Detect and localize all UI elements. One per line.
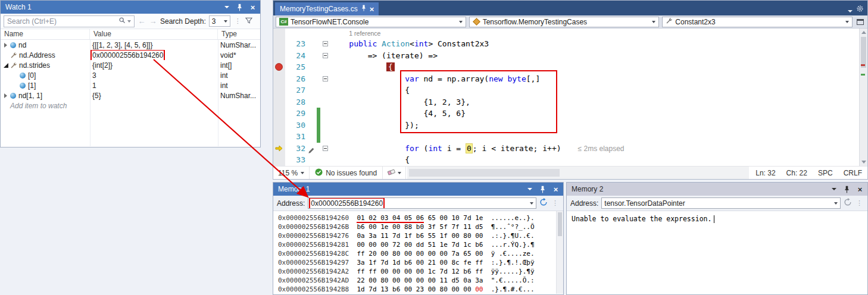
zoom-select[interactable]: 115 %: [273, 167, 310, 179]
memory-byte[interactable]: d5: [475, 223, 483, 231]
memory-byte[interactable]: 3a: [357, 259, 364, 266]
memory-byte[interactable]: b6: [416, 232, 424, 240]
collapse-box-icon[interactable]: [323, 41, 328, 46]
memory-byte[interactable]: d5: [451, 277, 459, 284]
formatting-button[interactable]: [382, 167, 406, 179]
memory-byte[interactable]: fe: [463, 259, 471, 266]
memory-byte[interactable]: b6: [463, 268, 471, 275]
memory-byte[interactable]: 7d: [392, 232, 400, 240]
memory-byte[interactable]: 00: [392, 223, 400, 231]
watch-row[interactable]: nd.strides{int[2]}int[]: [1, 60, 260, 70]
collapse-box-icon[interactable]: [323, 146, 328, 151]
memory-byte[interactable]: 0a: [357, 232, 364, 240]
memory-byte[interactable]: 22: [357, 277, 364, 284]
close-icon[interactable]: ×: [248, 2, 257, 12]
code-editor[interactable]: 1 reference23 public Action<int> Constan…: [273, 29, 859, 166]
memory-byte[interactable]: 21: [428, 259, 436, 266]
watch-row[interactable]: [1]1int: [1, 80, 260, 90]
memory-byte[interactable]: 1c: [463, 241, 471, 249]
memory2-content[interactable]: Unable to evaluate the expression.: [567, 211, 867, 227]
editor-gutter[interactable]: [273, 50, 285, 62]
editor-gutter[interactable]: [273, 84, 285, 96]
editor-vertical-scrollbar[interactable]: [859, 29, 867, 166]
memory-byte[interactable]: 02: [369, 214, 380, 223]
editor-gutter[interactable]: [273, 29, 285, 38]
editor-gutter[interactable]: [273, 73, 285, 85]
editor-gutter[interactable]: [273, 143, 285, 155]
search-options-chevron-icon[interactable]: [127, 20, 131, 23]
memory-byte[interactable]: 1e: [475, 214, 483, 222]
memory-byte[interactable]: 00: [392, 277, 400, 284]
watch-row[interactable]: nd.Address0x000002556b194260void*: [1, 50, 260, 60]
memory1-address-input[interactable]: 0x000002556B194260: [308, 197, 536, 209]
type-dropdown[interactable]: Tensorflow.MemoryTestingCases: [469, 17, 660, 27]
outline-margin[interactable]: [320, 50, 330, 62]
outline-margin[interactable]: [320, 143, 330, 155]
expander-icon[interactable]: [3, 42, 9, 48]
close-icon[interactable]: ×: [855, 184, 864, 194]
memory-byte[interactable]: 00: [416, 250, 424, 258]
watch-value-cell[interactable]: {[[1, 2, 3], [4, 5, 6]]}: [90, 40, 218, 50]
member-dropdown[interactable]: Constant2x3: [662, 17, 853, 27]
memory-byte[interactable]: 00: [451, 285, 459, 293]
memory-byte[interactable]: ff: [357, 250, 364, 258]
memory-byte[interactable]: 7d: [369, 285, 376, 293]
memory-byte[interactable]: ff: [475, 268, 483, 275]
memory-byte[interactable]: ff: [369, 268, 376, 275]
watch-value-cell[interactable]: {int[2]}: [90, 60, 218, 70]
search-forward-icon[interactable]: →: [149, 17, 157, 26]
memory-byte[interactable]: b6: [357, 223, 364, 231]
watch-value-cell[interactable]: [90, 101, 218, 111]
expander-icon[interactable]: [3, 62, 9, 68]
memory-byte[interactable]: 7d: [440, 268, 448, 275]
memory-byte[interactable]: 3f: [428, 223, 436, 231]
memory-byte[interactable]: 3a: [475, 277, 483, 284]
memory-byte[interactable]: 80: [392, 250, 400, 258]
close-icon[interactable]: ×: [551, 184, 560, 194]
editor-gutter[interactable]: [273, 108, 285, 120]
memory-byte[interactable]: 10: [451, 214, 459, 222]
editor-gutter[interactable]: [273, 61, 285, 73]
watch-row[interactable]: nd[1, 1]{5}NumShar...: [1, 90, 260, 101]
memory-byte[interactable]: 03: [380, 214, 392, 223]
memory-byte[interactable]: 00: [416, 259, 424, 266]
scrollbar-thumb[interactable]: [861, 37, 866, 68]
toolbar-overflow-icon[interactable]: ⋮: [551, 199, 560, 207]
outline-margin[interactable]: [320, 38, 330, 50]
memory-byte[interactable]: b6: [404, 259, 412, 266]
memory-byte[interactable]: 11: [380, 232, 388, 240]
memory-byte[interactable]: 00: [440, 250, 448, 258]
settings-gear-icon[interactable]: [856, 5, 864, 12]
memory-byte[interactable]: 05: [404, 214, 416, 223]
search-back-icon[interactable]: ←: [138, 17, 146, 26]
editor-horizontal-scrollbar[interactable]: [407, 167, 749, 179]
scroll-up-icon[interactable]: [861, 31, 866, 34]
scrollbar-thumb[interactable]: [409, 169, 560, 177]
watch-value-cell[interactable]: {5}: [90, 90, 218, 101]
memory2-titlebar[interactable]: Memory 2 ×: [567, 183, 867, 196]
memory-byte[interactable]: 00: [416, 277, 424, 284]
memory-byte[interactable]: 1d: [392, 259, 400, 266]
tab-list-chevron-icon[interactable]: [848, 10, 853, 12]
memory-byte[interactable]: 00: [369, 223, 376, 231]
memory-byte[interactable]: b6: [392, 285, 400, 293]
pin-icon[interactable]: [842, 184, 851, 194]
memory-byte[interactable]: ff: [357, 268, 364, 275]
memory-byte[interactable]: 00: [404, 285, 412, 293]
memory-byte[interactable]: 00: [475, 285, 483, 293]
memory-byte[interactable]: 1f: [404, 232, 412, 240]
memory-byte[interactable]: 7d: [463, 214, 471, 222]
watch-row[interactable]: Add item to watch: [1, 101, 260, 111]
watch-value-cell[interactable]: 3: [90, 70, 218, 80]
column-header-name[interactable]: Name: [1, 29, 90, 39]
column-header-value[interactable]: Value: [90, 29, 218, 39]
editor-gutter[interactable]: [273, 96, 285, 108]
memory-byte[interactable]: 00: [416, 268, 424, 275]
column-header-type[interactable]: Type: [218, 29, 260, 39]
memory-byte[interactable]: 51: [428, 241, 436, 249]
memory-byte[interactable]: 1e: [440, 241, 448, 249]
memory-byte[interactable]: 00: [440, 214, 448, 222]
memory-byte[interactable]: 00: [428, 277, 436, 284]
memory-byte[interactable]: 00: [380, 268, 388, 275]
toolbar-overflow-icon[interactable]: ⋮: [855, 199, 864, 207]
